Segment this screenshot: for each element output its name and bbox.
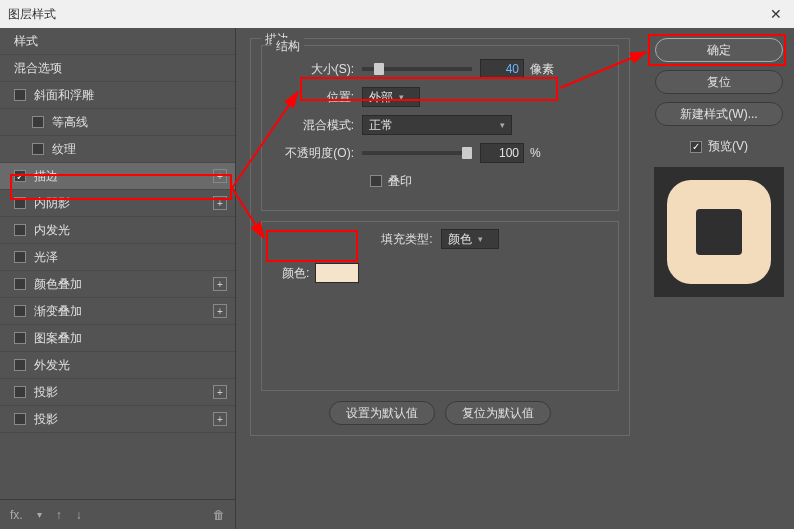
cancel-button[interactable]: 复位 xyxy=(655,70,783,94)
row-position: 位置: 外部 ▾ xyxy=(276,84,604,110)
opacity-unit: % xyxy=(530,146,541,160)
row-overprint: 叠印 xyxy=(370,168,604,194)
style-checkbox[interactable] xyxy=(14,251,26,263)
sidebar-header-styles[interactable]: 样式 xyxy=(0,28,235,55)
opacity-slider[interactable] xyxy=(362,151,472,155)
style-label: 外发光 xyxy=(34,357,227,374)
plus-icon[interactable]: + xyxy=(213,385,227,399)
fill-fieldset: 填充类型: 颜色 ▾ 颜色: xyxy=(261,221,619,391)
row-blend: 混合模式: 正常 ▾ xyxy=(276,112,604,138)
structure-fieldset: 结构 大小(S): 40 像素 位置: 外部 ▾ 混合模式: xyxy=(261,45,619,211)
reset-default-button[interactable]: 复位为默认值 xyxy=(445,401,551,425)
style-label: 等高线 xyxy=(52,114,227,131)
chevron-down-icon: ▾ xyxy=(478,234,483,244)
style-checkbox[interactable] xyxy=(14,359,26,371)
style-checkbox[interactable] xyxy=(14,413,26,425)
sidebar-item[interactable]: 投影+ xyxy=(0,406,235,433)
preview-checkbox[interactable] xyxy=(690,141,702,153)
style-label: 内阴影 xyxy=(34,195,213,212)
overprint-label: 叠印 xyxy=(388,173,412,190)
preview-box xyxy=(654,167,784,297)
preview-label: 预览(V) xyxy=(708,138,748,155)
style-label: 图案叠加 xyxy=(34,330,227,347)
style-label: 内发光 xyxy=(34,222,227,239)
sidebar-item[interactable]: 渐变叠加+ xyxy=(0,298,235,325)
set-default-button[interactable]: 设置为默认值 xyxy=(329,401,435,425)
blend-select[interactable]: 正常 ▾ xyxy=(362,115,512,135)
ok-button[interactable]: 确定 xyxy=(655,38,783,62)
style-checkbox[interactable] xyxy=(14,332,26,344)
new-style-button[interactable]: 新建样式(W)... xyxy=(655,102,783,126)
sidebar-blending-options[interactable]: 混合选项 xyxy=(0,55,235,82)
overprint-checkbox[interactable] xyxy=(370,175,382,187)
sidebar-item[interactable]: 外发光 xyxy=(0,352,235,379)
row-opacity: 不透明度(O): 100 % xyxy=(276,140,604,166)
color-swatch[interactable] xyxy=(315,263,359,283)
size-input[interactable]: 40 xyxy=(480,59,524,79)
main-panel: 描边 结构 大小(S): 40 像素 位置: 外部 ▾ 混合模式: xyxy=(236,28,644,529)
style-checkbox[interactable] xyxy=(14,170,26,182)
style-checkbox[interactable] xyxy=(14,89,26,101)
row-color: 颜色: xyxy=(276,260,604,286)
size-slider[interactable] xyxy=(362,67,472,71)
sidebar-item[interactable]: 图案叠加 xyxy=(0,325,235,352)
arrow-up-icon[interactable]: ↑ xyxy=(56,508,62,522)
style-checkbox[interactable] xyxy=(14,197,26,209)
sidebar-footer: fx. ▾ ↑ ↓ 🗑 xyxy=(0,499,235,529)
style-checkbox[interactable] xyxy=(14,305,26,317)
style-checkbox[interactable] xyxy=(14,386,26,398)
style-label: 光泽 xyxy=(34,249,227,266)
plus-icon[interactable]: + xyxy=(213,277,227,291)
opacity-input[interactable]: 100 xyxy=(480,143,524,163)
plus-icon[interactable]: + xyxy=(213,304,227,318)
size-label: 大小(S): xyxy=(276,61,362,78)
style-label: 投影 xyxy=(34,411,213,428)
content: 样式 混合选项 斜面和浮雕等高线纹理描边+内阴影+内发光光泽颜色叠加+渐变叠加+… xyxy=(0,28,794,529)
plus-icon[interactable]: + xyxy=(213,196,227,210)
sidebar-item[interactable]: 内阴影+ xyxy=(0,190,235,217)
size-unit: 像素 xyxy=(530,61,554,78)
filltype-label: 填充类型: xyxy=(381,231,440,248)
chevron-down-icon: ▾ xyxy=(500,120,505,130)
button-row: 设置为默认值 复位为默认值 xyxy=(261,401,619,425)
style-label: 渐变叠加 xyxy=(34,303,213,320)
right-column: 确定 复位 新建样式(W)... 预览(V) xyxy=(644,28,794,529)
sidebar-item[interactable]: 纹理 xyxy=(0,136,235,163)
style-label: 纹理 xyxy=(52,141,227,158)
stroke-fieldset: 描边 结构 大小(S): 40 像素 位置: 外部 ▾ 混合模式: xyxy=(250,38,630,436)
arrow-down-icon[interactable]: ↓ xyxy=(76,508,82,522)
fx-icon[interactable]: fx. xyxy=(10,508,23,522)
sidebar-item[interactable]: 投影+ xyxy=(0,379,235,406)
plus-icon[interactable]: + xyxy=(213,412,227,426)
style-checkbox[interactable] xyxy=(32,116,44,128)
preview-shape xyxy=(667,180,771,284)
filltype-select[interactable]: 颜色 ▾ xyxy=(441,229,499,249)
sidebar-item[interactable]: 斜面和浮雕 xyxy=(0,82,235,109)
sidebar-item[interactable]: 光泽 xyxy=(0,244,235,271)
style-checkbox[interactable] xyxy=(14,224,26,236)
close-icon[interactable]: ✕ xyxy=(766,6,786,22)
sidebar-item[interactable]: 等高线 xyxy=(0,109,235,136)
style-label: 斜面和浮雕 xyxy=(34,87,227,104)
chevron-down-icon: ▾ xyxy=(399,92,404,102)
style-checkbox[interactable] xyxy=(32,143,44,155)
sidebar-item[interactable]: 内发光 xyxy=(0,217,235,244)
style-list: 样式 混合选项 斜面和浮雕等高线纹理描边+内阴影+内发光光泽颜色叠加+渐变叠加+… xyxy=(0,28,235,499)
sidebar-item[interactable]: 颜色叠加+ xyxy=(0,271,235,298)
plus-icon[interactable]: + xyxy=(213,169,227,183)
style-label: 描边 xyxy=(34,168,213,185)
structure-title: 结构 xyxy=(272,38,304,55)
chevron-down-icon[interactable]: ▾ xyxy=(37,509,42,520)
preview-checkbox-row: 预览(V) xyxy=(690,138,748,155)
trash-icon[interactable]: 🗑 xyxy=(213,508,225,522)
row-filltype: 填充类型: 颜色 ▾ xyxy=(276,226,604,252)
titlebar: 图层样式 ✕ xyxy=(0,0,794,28)
dialog-title: 图层样式 xyxy=(8,6,56,23)
sidebar-item[interactable]: 描边+ xyxy=(0,163,235,190)
sidebar: 样式 混合选项 斜面和浮雕等高线纹理描边+内阴影+内发光光泽颜色叠加+渐变叠加+… xyxy=(0,28,236,529)
style-label: 投影 xyxy=(34,384,213,401)
position-select[interactable]: 外部 ▾ xyxy=(362,87,420,107)
position-label: 位置: xyxy=(276,89,362,106)
style-label: 颜色叠加 xyxy=(34,276,213,293)
style-checkbox[interactable] xyxy=(14,278,26,290)
